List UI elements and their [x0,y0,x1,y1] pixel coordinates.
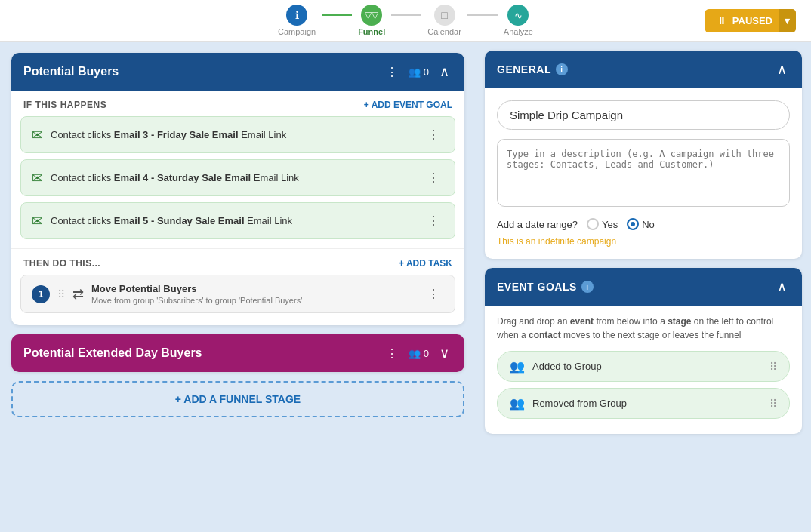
stage-card-extended: Potential Extended Day Buyers ⋮ 👥 0 ∨ [11,334,464,372]
event-more-button-3[interactable]: ⋮ [423,212,444,229]
then-label: THEN DO THIS... [23,258,100,269]
goal-item-added[interactable]: 👥 Added to Group ⠿ [497,351,790,382]
event-goals-title-text: EVENT GOALS [497,281,577,293]
email-icon-2: ✉ [32,170,43,186]
event-bold-2: Email 4 - Saturday Sale Email [114,172,251,183]
event-bold-3: Email 5 - Sunday Sale Email [114,215,245,226]
task-title-1: Move Potential Buyers [91,283,415,294]
event-items: ✉ Contact clicks Email 3 - Friday Sale E… [11,116,464,248]
stage-header-2: Potential Extended Day Buyers ⋮ 👥 0 ∨ [11,334,464,372]
pause-icon: ⏸ [717,15,726,26]
date-range-label: Add a date range? [497,219,578,230]
campaign-icon: ℹ [286,5,307,26]
radio-yes-label: Yes [602,219,618,230]
stage-collapse-button-1[interactable]: ∧ [436,62,452,81]
event-more-button-1[interactable]: ⋮ [423,126,444,143]
nav-step-campaign[interactable]: ℹ Campaign [278,5,316,36]
task-drag-handle-1[interactable]: ⠿ [57,288,65,300]
stage-more-button-2[interactable]: ⋮ [383,345,401,362]
nav-step-analyze-label: Analyze [504,27,533,36]
then-section: THEN DO THIS... + ADD TASK 1 ⠿ ⇄ Move Po… [11,248,464,325]
radio-yes[interactable]: Yes [587,218,618,230]
added-group-drag-icon: ⠿ [769,361,777,373]
campaign-name-input[interactable] [497,100,790,130]
then-section-header: THEN DO THIS... + ADD TASK [11,249,464,275]
general-title: GENERAL i [497,63,568,75]
add-funnel-stage-button[interactable]: + ADD A FUNNEL STAGE [11,381,464,417]
event-text-1: Contact clicks Email 3 - Friday Sale Ema… [51,129,415,140]
nav-step-analyze[interactable]: ∿ Analyze [504,5,533,36]
task-more-button-1[interactable]: ⋮ [423,285,444,303]
event-goals-collapse-button[interactable]: ∧ [774,277,790,297]
task-number-1: 1 [32,285,50,303]
nav-step-campaign-label: Campaign [278,27,316,36]
event-item-2: ✉ Contact clicks Email 4 - Saturday Sale… [20,159,455,196]
event-text-2: Contact clicks Email 4 - Saturday Sale E… [51,172,415,183]
event-more-button-2[interactable]: ⋮ [423,169,444,186]
add-event-goal-link[interactable]: + ADD EVENT GOAL [364,100,452,110]
date-range-row: Add a date range? Yes No [497,218,790,230]
event-suffix-1: Email Link [239,129,287,140]
event-goals-header: EVENT GOALS i ∧ [485,268,802,306]
event-item-1: ✉ Contact clicks Email 3 - Friday Sale E… [20,116,455,153]
radio-no-label: No [642,219,655,230]
event-goals-description: Drag and drop an event from below into a… [497,315,790,342]
stage-card-potential-buyers: Potential Buyers ⋮ 👥 0 ∧ IF THIS HAPPENS… [11,53,464,325]
event-goals-body: Drag and drop an event from below into a… [485,306,802,434]
event-goals-info-icon[interactable]: i [581,281,594,293]
stage-collapse-button-2[interactable]: ∨ [436,343,452,363]
added-group-icon: 👥 [510,359,525,374]
task-items: 1 ⠿ ⇄ Move Potential Buyers Move from gr… [11,275,464,325]
radio-group: Yes No [587,218,655,230]
nav-steps: ℹ Campaign ▽▽ Funnel □ Calendar ∿ Analyz… [106,5,705,36]
email-icon-1: ✉ [32,127,43,143]
general-info-icon[interactable]: i [556,63,568,75]
stage-title-2: Potential Extended Day Buyers [23,346,375,360]
calendar-icon: □ [434,5,455,26]
right-panel: GENERAL i ∧ Add a date range? Yes [476,42,811,532]
stage-more-button-1[interactable]: ⋮ [383,63,401,81]
task-subtitle-1: Move from group 'Subscribers' to group '… [91,296,415,305]
paused-button[interactable]: ⏸ PAUSED ▾ [705,9,796,32]
stage-header-icons-2: ⋮ 👥 0 ∨ [383,343,452,363]
general-section-header: GENERAL i ∧ [485,51,802,88]
added-group-label: Added to Group [532,361,762,372]
top-navigation: ℹ Campaign ▽▽ Funnel □ Calendar ∿ Analyz… [0,0,811,42]
members-icon-1: 👥 [409,66,421,78]
funnel-icon: ▽▽ [361,5,382,26]
goal-item-removed[interactable]: 👥 Removed from Group ⠿ [497,388,790,419]
email-icon-3: ✉ [32,213,43,229]
event-item-3: ✉ Contact clicks Email 5 - Sunday Sale E… [20,202,455,239]
radio-yes-circle [587,218,599,230]
if-section-header: IF THIS HAPPENS + ADD EVENT GOAL [11,91,464,116]
event-text-3: Contact clicks Email 5 - Sunday Sale Ema… [51,215,415,226]
nav-step-funnel[interactable]: ▽▽ Funnel [358,5,385,36]
removed-group-icon: 👥 [510,396,525,411]
members-icon-2: 👥 [409,348,421,359]
analyze-icon: ∿ [507,5,529,26]
radio-no-circle [627,218,639,230]
stage-title-1: Potential Buyers [23,65,375,78]
task-content-1: Move Potential Buyers Move from group 'S… [91,283,415,305]
stage-header-icons-1: ⋮ 👥 0 ∧ [383,62,452,81]
add-task-link[interactable]: + ADD TASK [399,258,452,269]
indefinite-text: This is an indefinite campaign [497,236,790,247]
paused-dropdown-arrow[interactable]: ▾ [779,9,796,32]
paused-label: PAUSED [732,15,772,26]
general-section: GENERAL i ∧ Add a date range? Yes [485,51,802,259]
general-section-body: Add a date range? Yes No This is an inde… [485,88,802,259]
description-textarea[interactable] [497,139,790,207]
member-count-value-2: 0 [424,348,429,359]
main-layout: Potential Buyers ⋮ 👥 0 ∧ IF THIS HAPPENS… [0,42,811,532]
removed-group-label: Removed from Group [532,398,762,409]
nav-connector-2 [391,14,421,16]
nav-step-calendar-label: Calendar [427,27,461,36]
event-goals-title: EVENT GOALS i [497,281,594,293]
task-move-icon-1: ⇄ [72,286,84,303]
radio-no[interactable]: No [627,218,655,230]
event-suffix-2: Email Link [251,172,299,183]
nav-step-calendar[interactable]: □ Calendar [427,5,461,36]
member-count-2: 👥 0 [409,348,429,359]
event-bold-1: Email 3 - Friday Sale Email [114,129,239,140]
general-collapse-button[interactable]: ∧ [774,60,790,79]
